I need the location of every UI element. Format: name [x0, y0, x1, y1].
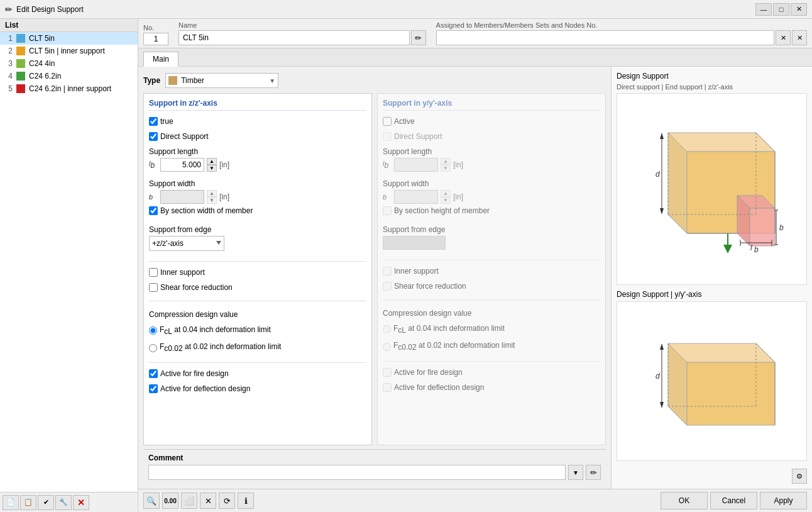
right-panel: No. 1 Name ✏ Assigned to Members/Members… [138, 19, 812, 512]
zz-fc02-row: Fc0.02 at 0.02 inch deformation limit [149, 342, 366, 353]
yy-active-checkbox[interactable] [383, 117, 392, 126]
zz-lb-down[interactable]: ▼ [207, 165, 217, 172]
no-field: No. 1 [143, 24, 168, 45]
assigned-input[interactable] [436, 30, 774, 45]
zz-lb-input[interactable] [160, 158, 204, 172]
edit-name-button[interactable]: ✏ [411, 30, 426, 45]
assign-button[interactable]: ✕ [776, 30, 791, 45]
comment-input[interactable] [148, 465, 566, 480]
zz-edge-select[interactable]: +z/z'-axis -z/z'-axis [149, 236, 224, 251]
yy-header: Support in y/y'-axis [383, 99, 600, 111]
zz-direct-support-label[interactable]: Direct Support [149, 132, 209, 141]
zz-deflection-checkbox[interactable] [149, 384, 158, 393]
svg-marker-6 [750, 208, 775, 246]
delete-button[interactable]: ✕ [73, 495, 89, 510]
zz-fire-checkbox[interactable] [149, 369, 158, 378]
search-button[interactable]: 🔍 [143, 493, 160, 509]
list-header: List [0, 19, 138, 32]
svg-text:l: l [750, 243, 752, 252]
zz-by-section-checkbox[interactable] [149, 206, 158, 215]
assign-button2[interactable]: ✕ [792, 30, 807, 45]
type-row: Type Timber ▼ [143, 72, 606, 89]
maximize-button[interactable]: □ [773, 3, 789, 16]
zz-inner-support-label[interactable]: Inner support [149, 268, 205, 277]
diagram-panel: Design Support Direct support | End supp… [611, 67, 812, 489]
yy-shear-checkbox [383, 282, 392, 291]
zz-fc02-radio[interactable] [149, 344, 157, 352]
left-panel: List 1 CLT 5in 2 CLT 5in | inner support… [0, 19, 138, 512]
zz-inner-support-checkbox[interactable] [149, 268, 158, 277]
close-button[interactable]: ✕ [791, 3, 807, 16]
yy-support-length-group: Support length lb ▲ ▼ [in] [383, 147, 600, 172]
yy-by-section-row: By section height of member [383, 206, 600, 215]
list-item-color [16, 34, 25, 43]
zz-inner-support-row: Inner support [149, 268, 366, 277]
info-button[interactable]: ℹ [238, 493, 254, 509]
assign-node-button[interactable]: ⟳ [219, 493, 235, 509]
zz-fc04-radio[interactable] [149, 326, 157, 335]
zz-diagram-svg: d l b b [630, 108, 794, 271]
list-item-color [16, 59, 25, 68]
yy-deflection-checkbox [383, 383, 392, 392]
diagram-settings-button[interactable]: ⚙ [792, 469, 807, 484]
svg-marker-33 [660, 402, 664, 408]
list-item[interactable]: 2 CLT 5in | inner support [0, 45, 138, 57]
zz-fire-label[interactable]: Active for fire design [149, 369, 229, 378]
ok-button[interactable]: OK [661, 492, 708, 509]
cancel-button[interactable]: Cancel [710, 492, 757, 509]
svg-marker-20 [723, 245, 732, 253]
zz-deflection-label[interactable]: Active for deflection design [149, 384, 250, 393]
yy-inner-support-checkbox [383, 267, 392, 275]
list-item[interactable]: 5 C24 6.2in | inner support [0, 82, 138, 95]
list-item[interactable]: 4 C24 6.2in [0, 70, 138, 82]
zz-by-section-label[interactable]: By section width of member [149, 206, 253, 215]
zz-active-label[interactable]: true [149, 117, 173, 126]
yy-fc02-row: Fc0.02 at 0.02 inch deformation limit [383, 341, 600, 352]
diagram-zz-img: d l b b [617, 93, 807, 285]
yy-b-input [394, 190, 438, 204]
zz-b-input [160, 190, 204, 204]
zz-deflection-row: Active for deflection design [149, 384, 366, 393]
comment-dropdown[interactable]: ▼ [568, 465, 583, 480]
zz-shear-checkbox[interactable] [149, 283, 158, 292]
zz-b-up: ▲ [207, 190, 217, 197]
zz-b-down: ▼ [207, 197, 217, 204]
filter-button[interactable]: ✕ [200, 493, 216, 509]
comment-edit[interactable]: ✏ [586, 465, 601, 480]
zz-fc02-label[interactable]: Fc0.02 at 0.02 inch deformation limit [149, 342, 281, 353]
value-button[interactable]: 0.00 [162, 493, 178, 509]
add-button[interactable]: 📄 [3, 495, 19, 510]
zz-active-checkbox[interactable] [149, 117, 158, 126]
no-value: 1 [143, 33, 168, 45]
list-item[interactable]: 1 CLT 5in [0, 32, 138, 45]
type-select[interactable]: Timber ▼ [165, 73, 278, 88]
diagram-subtitle: Direct support | End support | z/z'-axis [617, 83, 807, 91]
minimize-button[interactable]: — [755, 3, 772, 16]
yy-active-label[interactable]: Active [383, 117, 415, 126]
zz-shear-label[interactable]: Shear force reduction [149, 283, 233, 292]
yy-axis-panel: Support in y/y'-axis Active [377, 93, 606, 445]
name-input[interactable] [178, 30, 410, 45]
yy-deflection-row: Active for deflection design [383, 383, 600, 392]
zz-fire-row: Active for fire design [149, 369, 366, 378]
select-button[interactable]: ⬜ [181, 493, 197, 509]
zz-axis-panel: Support in z/z'-axis true [143, 93, 372, 445]
zz-direct-support-checkbox[interactable] [149, 132, 158, 141]
list-container: 1 CLT 5in 2 CLT 5in | inner support 3 C2… [0, 32, 138, 492]
duplicate-button[interactable]: 📋 [20, 495, 36, 510]
yy-fc04-row: FcL at 0.04 inch deformation limit [383, 324, 600, 335]
window-icon: ✏ [5, 4, 13, 14]
zz-direct-support-row: Direct Support [149, 132, 366, 141]
tab-main[interactable]: Main [143, 52, 178, 67]
comment-section: Comment ▼ ✏ [143, 449, 606, 484]
apply-button[interactable]: Apply [760, 492, 807, 509]
list-item[interactable]: 3 C24 4in [0, 57, 138, 70]
svg-marker-9 [660, 208, 664, 214]
check-button[interactable]: ✔ [38, 495, 54, 510]
yy-support-width-group: Support width b ▲ ▼ [in] [383, 179, 600, 218]
zz-lb-up[interactable]: ▲ [207, 158, 217, 165]
zz-fc04-label[interactable]: FcL at 0.04 inch deformation limit [149, 325, 271, 336]
validate-button[interactable]: 🔧 [55, 495, 72, 510]
info-bar: No. 1 Name ✏ Assigned to Members/Members… [138, 19, 812, 48]
tab-bar: Main [138, 48, 812, 67]
